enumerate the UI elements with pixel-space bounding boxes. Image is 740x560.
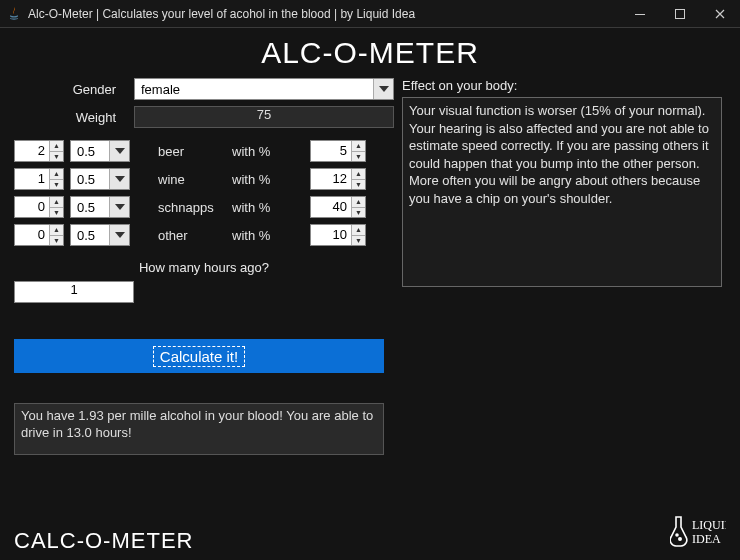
gender-label: Gender	[14, 82, 134, 97]
window-title: Alc-O-Meter | Calculates your level of a…	[28, 7, 620, 21]
close-button[interactable]	[700, 0, 740, 28]
weight-input[interactable]: 75	[134, 106, 394, 128]
drink-size-select[interactable]: 0.5	[70, 224, 130, 246]
calculate-button[interactable]: Calculate it!	[14, 339, 384, 373]
drink-row: 1▲▼0.5winewith %12▲▼	[14, 168, 394, 190]
drink-count-spinner[interactable]: 1▲▼	[14, 168, 64, 190]
svg-rect-1	[676, 9, 685, 18]
drink-percent-spinner[interactable]: 40▲▼	[310, 196, 366, 218]
effect-label: Effect on your body:	[402, 78, 722, 93]
drink-name: beer	[136, 144, 226, 159]
drink-percent-spinner[interactable]: 10▲▼	[310, 224, 366, 246]
chevron-down-icon	[109, 141, 129, 161]
footer-brand-left: CALC-O-METER	[14, 528, 193, 554]
form-column: Gender female Weight 75 2▲▼0.5beerwith %…	[14, 78, 394, 455]
chevron-down-icon	[373, 79, 393, 99]
chevron-down-icon	[109, 169, 129, 189]
drink-size-select[interactable]: 0.5	[70, 196, 130, 218]
spinner-arrows[interactable]: ▲▼	[49, 197, 63, 217]
drink-count-spinner[interactable]: 0▲▼	[14, 196, 64, 218]
drink-name: schnapps	[136, 200, 226, 215]
with-percent-label: with %	[232, 144, 304, 159]
svg-text:IDEA: IDEA	[692, 532, 721, 546]
chevron-down-icon	[109, 225, 129, 245]
svg-point-2	[679, 538, 681, 540]
with-percent-label: with %	[232, 172, 304, 187]
gender-value: female	[135, 82, 373, 97]
footer-brand-right: LIQUID IDEA	[670, 511, 726, 554]
weight-label: Weight	[14, 110, 134, 125]
svg-text:LIQUID: LIQUID	[692, 518, 726, 532]
svg-rect-0	[635, 14, 645, 15]
drink-count-spinner[interactable]: 0▲▼	[14, 224, 64, 246]
drink-name: other	[136, 228, 226, 243]
spinner-arrows[interactable]: ▲▼	[49, 225, 63, 245]
spinner-arrows[interactable]: ▲▼	[351, 225, 365, 245]
drink-row: 0▲▼0.5otherwith %10▲▼	[14, 224, 394, 246]
drink-row: 2▲▼0.5beerwith %5▲▼	[14, 140, 394, 162]
drink-size-select[interactable]: 0.5	[70, 168, 130, 190]
chevron-down-icon	[109, 197, 129, 217]
svg-point-3	[676, 534, 678, 536]
drink-percent-spinner[interactable]: 12▲▼	[310, 168, 366, 190]
java-icon	[6, 6, 22, 22]
maximize-button[interactable]	[660, 0, 700, 28]
drink-size-select[interactable]: 0.5	[70, 140, 130, 162]
titlebar: Alc-O-Meter | Calculates your level of a…	[0, 0, 740, 28]
spinner-arrows[interactable]: ▲▼	[351, 169, 365, 189]
hours-input[interactable]: 1	[14, 281, 134, 303]
hours-label: How many hours ago?	[14, 260, 394, 275]
calculate-label: Calculate it!	[153, 346, 245, 367]
spinner-arrows[interactable]: ▲▼	[49, 169, 63, 189]
with-percent-label: with %	[232, 228, 304, 243]
drink-name: wine	[136, 172, 226, 187]
drink-row: 0▲▼0.5schnappswith %40▲▼	[14, 196, 394, 218]
drinks-list: 2▲▼0.5beerwith %5▲▼1▲▼0.5winewith %12▲▼0…	[14, 140, 394, 246]
minimize-button[interactable]	[620, 0, 660, 28]
with-percent-label: with %	[232, 200, 304, 215]
effect-text: Your visual function is worser (15% of y…	[402, 97, 722, 287]
app-body: ALC-O-METER Gender female Weight 75 2▲▼0…	[0, 28, 740, 560]
gender-select[interactable]: female	[134, 78, 394, 100]
effect-column: Effect on your body: Your visual functio…	[402, 78, 722, 455]
app-heading: ALC-O-METER	[14, 36, 726, 70]
spinner-arrows[interactable]: ▲▼	[351, 141, 365, 161]
spinner-arrows[interactable]: ▲▼	[351, 197, 365, 217]
drink-count-spinner[interactable]: 2▲▼	[14, 140, 64, 162]
spinner-arrows[interactable]: ▲▼	[49, 141, 63, 161]
drink-percent-spinner[interactable]: 5▲▼	[310, 140, 366, 162]
result-box: You have 1.93 per mille alcohol in your …	[14, 403, 384, 455]
